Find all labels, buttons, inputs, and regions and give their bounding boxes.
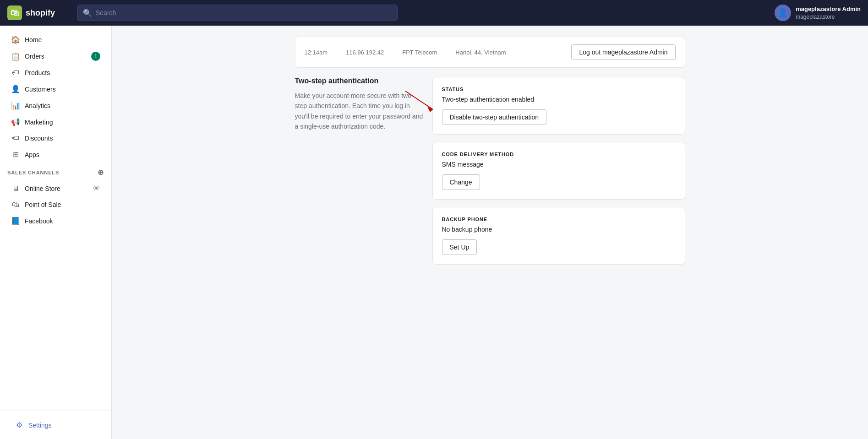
status-heading: STATUS (442, 87, 676, 92)
sidebar-item-settings[interactable]: ⚙ Settings (7, 417, 104, 433)
code-delivery-heading: CODE DELIVERY METHOD (442, 152, 676, 157)
session-ip: 116.96.192.42 (346, 49, 384, 56)
avatar[interactable]: 👤 (775, 5, 791, 21)
search-input[interactable] (96, 9, 392, 16)
products-icon: 🏷 (11, 69, 20, 77)
sidebar-nav: 🏠 Home 📋 Orders 1 🏷 Products 👤 Customers… (0, 26, 111, 411)
sidebar-item-analytics[interactable]: 📊 Analytics (4, 98, 108, 114)
orders-icon: 📋 (11, 52, 20, 61)
home-icon: 🏠 (11, 35, 20, 44)
sidebar: 🏠 Home 📋 Orders 1 🏷 Products 👤 Customers… (0, 26, 112, 439)
session-location: Hanoi, 44, Vietnam (455, 49, 506, 56)
facebook-icon: 📘 (11, 217, 20, 225)
sidebar-item-marketing[interactable]: 📢 Marketing (4, 114, 108, 130)
top-navigation: 🛍 shopify 🔍 👤 mageplazastore Admin magep… (0, 0, 868, 26)
discounts-icon: 🏷 (11, 134, 20, 142)
sidebar-item-online-store[interactable]: 🖥 Online Store 👁 (4, 181, 108, 196)
user-info: mageplazastore Admin mageplazastore (796, 5, 861, 21)
pos-icon: 🛍 (11, 201, 20, 209)
sidebar-item-point-of-sale[interactable]: 🛍 Point of Sale (4, 197, 108, 212)
status-card: STATUS Two-step authentication enabled D… (432, 77, 685, 135)
cards-row: Two-step authentication Make your accoun… (295, 77, 685, 272)
code-delivery-card: CODE DELIVERY METHOD SMS message Change (432, 142, 685, 200)
online-store-icon: 🖥 (11, 184, 20, 193)
sales-channels-header: SALES CHANNELS ⊕ (0, 164, 111, 180)
sidebar-item-orders[interactable]: 📋 Orders 1 (4, 48, 108, 65)
sidebar-item-products[interactable]: 🏷 Products (4, 65, 108, 81)
marketing-icon: 📢 (11, 118, 20, 126)
session-isp: FPT Telecom (402, 49, 437, 56)
sidebar-item-discounts[interactable]: 🏷 Discounts (4, 130, 108, 146)
red-arrow-annotation (401, 87, 437, 114)
session-row: 12:14am 116.96.192.42 FPT Telecom Hanoi,… (295, 37, 685, 68)
setup-backup-button[interactable]: Set Up (442, 239, 477, 255)
search-icon: 🔍 (83, 9, 92, 17)
svg-line-0 (405, 91, 433, 109)
logo[interactable]: 🛍 shopify (7, 5, 71, 20)
analytics-icon: 📊 (11, 101, 20, 110)
sidebar-item-apps[interactable]: ⊞ Apps (4, 146, 108, 163)
change-code-delivery-button[interactable]: Change (442, 174, 480, 190)
sidebar-footer: ⚙ Settings (0, 411, 111, 439)
apps-icon: ⊞ (11, 150, 20, 159)
sidebar-item-customers[interactable]: 👤 Customers (4, 81, 108, 97)
logout-button[interactable]: Log out mageplazastore Admin (571, 44, 675, 60)
backup-phone-heading: BACKUP PHONE (442, 217, 676, 222)
avatar-icon: 👤 (778, 8, 788, 18)
session-info: 12:14am 116.96.192.42 FPT Telecom Hanoi,… (305, 49, 506, 56)
customers-icon: 👤 (11, 85, 20, 93)
main-content: 12:14am 116.96.192.42 FPT Telecom Hanoi,… (112, 26, 868, 439)
sidebar-item-home[interactable]: 🏠 Home (4, 32, 108, 48)
search-bar: 🔍 (77, 5, 398, 21)
settings-icon: ⚙ (15, 421, 24, 429)
disable-two-step-button[interactable]: Disable two-step authentication (442, 109, 547, 125)
backup-phone-card: BACKUP PHONE No backup phone Set Up (432, 207, 685, 265)
user-store: mageplazastore (796, 13, 861, 21)
add-sales-channel-icon[interactable]: ⊕ (98, 168, 104, 177)
sidebar-item-facebook[interactable]: 📘 Facebook (4, 213, 108, 229)
backup-phone-text: No backup phone (442, 226, 676, 233)
eye-icon[interactable]: 👁 (93, 184, 100, 193)
orders-badge: 1 (91, 52, 100, 61)
status-text: Two-step authentication enabled (442, 96, 676, 103)
right-section: STATUS Two-step authentication enabled D… (432, 77, 685, 272)
session-time: 12:14am (305, 49, 328, 56)
user-menu: 👤 mageplazastore Admin mageplazastore (775, 5, 861, 21)
code-delivery-method: SMS message (442, 161, 676, 168)
two-step-title: Two-step authentication (295, 77, 423, 85)
user-name: mageplazastore Admin (796, 5, 861, 13)
logo-icon: 🛍 (7, 5, 22, 20)
